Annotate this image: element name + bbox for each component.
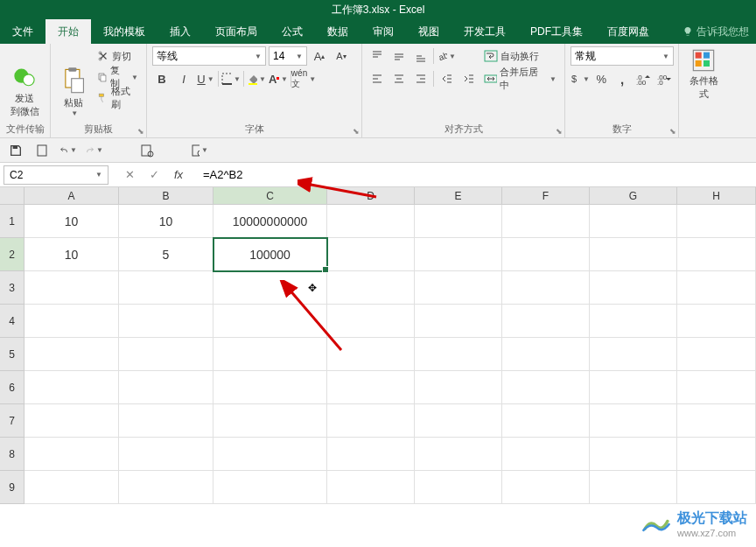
col-header-E[interactable]: E xyxy=(415,187,502,204)
save-button[interactable] xyxy=(7,142,24,159)
cell-D4[interactable] xyxy=(327,305,415,338)
cell-H9[interactable] xyxy=(677,471,756,504)
format-painter-button[interactable]: 格式刷 xyxy=(94,88,141,108)
print-preview-button[interactable]: ▼ xyxy=(191,142,208,159)
name-box[interactable]: C2 ▼ xyxy=(4,165,108,185)
cell-A2[interactable]: 10 xyxy=(24,238,119,271)
row-header-3[interactable]: 3 xyxy=(0,271,24,305)
undo-button[interactable]: ▼ xyxy=(60,142,77,159)
cell-G2[interactable] xyxy=(590,238,677,271)
phonetic-button[interactable]: wén文▼ xyxy=(294,69,313,88)
tab-review[interactable]: 审阅 xyxy=(360,19,406,44)
decrease-indent-button[interactable] xyxy=(437,69,456,88)
cell-H7[interactable] xyxy=(677,404,756,438)
cell-E7[interactable] xyxy=(415,404,502,438)
cell-E1[interactable] xyxy=(415,205,502,238)
cell-C5[interactable] xyxy=(214,338,327,371)
align-bottom-button[interactable] xyxy=(411,46,430,66)
tab-page-layout[interactable]: 页面布局 xyxy=(203,19,270,44)
conditional-format-button[interactable]: 条件格式 xyxy=(684,46,723,102)
row-header-2[interactable]: 2 xyxy=(0,238,24,271)
tab-developer[interactable]: 开发工具 xyxy=(452,19,518,44)
cell-A6[interactable] xyxy=(24,371,119,404)
formula-input[interactable]: =A2^B2 xyxy=(196,165,756,185)
align-center-button[interactable] xyxy=(389,69,409,88)
tab-pdf-tools[interactable]: PDF工具集 xyxy=(518,19,595,44)
cell-D3[interactable] xyxy=(327,271,415,305)
cell-A5[interactable] xyxy=(24,338,119,371)
comma-button[interactable]: , xyxy=(613,69,632,88)
insert-function-button[interactable]: fx xyxy=(170,166,187,184)
font-name-combo[interactable]: 等线▼ xyxy=(152,46,266,66)
cell-H2[interactable] xyxy=(677,238,756,271)
decrease-font-button[interactable]: A▾ xyxy=(332,46,351,66)
cell-E2[interactable] xyxy=(415,238,502,271)
enter-formula-button[interactable]: ✓ xyxy=(145,166,163,184)
cell-D8[interactable] xyxy=(327,438,415,471)
cell-E4[interactable] xyxy=(415,305,502,338)
cell-G8[interactable] xyxy=(590,438,677,471)
orientation-button[interactable]: ab▼ xyxy=(437,46,456,66)
row-header-5[interactable]: 5 xyxy=(0,338,24,371)
col-header-D[interactable]: D xyxy=(327,187,415,204)
row-header-1[interactable]: 1 xyxy=(0,205,24,238)
cell-F5[interactable] xyxy=(502,338,590,371)
number-format-combo[interactable]: 常规▼ xyxy=(570,46,674,66)
tab-my-templates[interactable]: 我的模板 xyxy=(91,19,158,44)
col-header-G[interactable]: G xyxy=(590,187,677,204)
cell-F3[interactable] xyxy=(502,271,590,305)
align-right-button[interactable] xyxy=(411,69,430,88)
bold-button[interactable]: B xyxy=(152,69,172,88)
wrap-text-button[interactable]: 自动换行 xyxy=(481,46,559,66)
row-header-8[interactable]: 8 xyxy=(0,438,24,471)
cell-B8[interactable] xyxy=(119,438,214,471)
select-all-corner[interactable] xyxy=(0,187,24,204)
cell-B9[interactable] xyxy=(119,471,214,504)
cell-G4[interactable] xyxy=(590,305,677,338)
increase-decimal-button[interactable]: .0.00 xyxy=(634,69,653,88)
cell-E9[interactable] xyxy=(415,471,502,504)
cell-F9[interactable] xyxy=(502,471,590,504)
tab-baidu[interactable]: 百度网盘 xyxy=(595,19,662,44)
cell-H5[interactable] xyxy=(677,338,756,371)
col-header-F[interactable]: F xyxy=(502,187,590,204)
cell-F7[interactable] xyxy=(502,404,590,438)
cell-H8[interactable] xyxy=(677,438,756,471)
percent-button[interactable]: % xyxy=(592,69,611,88)
cell-A4[interactable] xyxy=(24,305,119,338)
merge-center-button[interactable]: 合并后居中▼ xyxy=(481,69,559,88)
col-header-H[interactable]: H xyxy=(677,187,756,204)
cell-E5[interactable] xyxy=(415,338,502,371)
cell-G5[interactable] xyxy=(590,338,677,371)
cell-G6[interactable] xyxy=(590,371,677,404)
tab-view[interactable]: 视图 xyxy=(406,19,452,44)
cell-A1[interactable]: 10 xyxy=(24,205,119,238)
cell-D9[interactable] xyxy=(327,471,415,504)
tab-home[interactable]: 开始 xyxy=(46,19,91,44)
clipboard-dialog-launcher[interactable]: ⬊ xyxy=(137,127,144,136)
row-header-7[interactable]: 7 xyxy=(0,404,24,438)
cell-H3[interactable] xyxy=(677,271,756,305)
cell-E6[interactable] xyxy=(415,371,502,404)
accounting-format-button[interactable]: $▼ xyxy=(570,69,590,88)
col-header-A[interactable]: A xyxy=(24,187,119,204)
cell-B6[interactable] xyxy=(119,371,214,404)
cell-C2[interactable]: 100000 xyxy=(214,238,327,271)
col-header-C[interactable]: C xyxy=(214,187,327,204)
cell-D1[interactable] xyxy=(327,205,415,238)
cell-B3[interactable] xyxy=(119,271,214,305)
align-top-button[interactable] xyxy=(368,46,387,66)
cell-B4[interactable] xyxy=(119,305,214,338)
cell-G3[interactable] xyxy=(590,271,677,305)
cell-H1[interactable] xyxy=(677,205,756,238)
col-header-B[interactable]: B xyxy=(119,187,214,204)
cell-C4[interactable] xyxy=(214,305,327,338)
cell-G9[interactable] xyxy=(590,471,677,504)
cell-C9[interactable] xyxy=(214,471,327,504)
cell-A7[interactable] xyxy=(24,404,119,438)
font-size-combo[interactable]: 14▼ xyxy=(269,46,307,66)
cell-B7[interactable] xyxy=(119,404,214,438)
alignment-dialog-launcher[interactable]: ⬊ xyxy=(556,127,563,136)
increase-indent-button[interactable] xyxy=(458,69,478,88)
underline-button[interactable]: U▼ xyxy=(196,69,215,88)
